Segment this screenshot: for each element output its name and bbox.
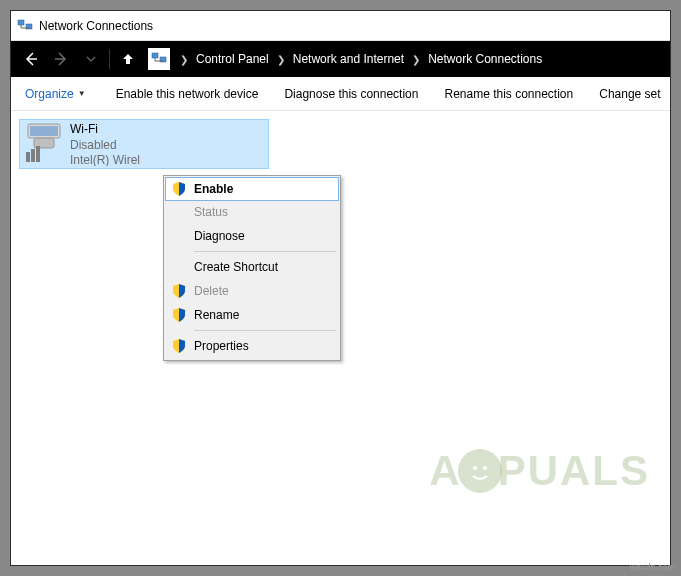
shield-icon [170,306,188,324]
menu-properties-label: Properties [194,339,249,353]
watermark-logo: A PUALS [429,447,650,495]
window-title: Network Connections [39,19,153,33]
breadcrumb: ❯ Control Panel ❯ Network and Internet ❯… [178,48,548,70]
menu-separator [194,251,336,252]
up-button[interactable] [114,45,142,73]
menu-delete-label: Delete [194,284,229,298]
svg-rect-5 [30,126,58,136]
menu-properties[interactable]: Properties [166,334,338,358]
menu-create-shortcut[interactable]: Create Shortcut [166,255,338,279]
nav-bar: ❯ Control Panel ❯ Network and Internet ❯… [11,41,670,77]
chevron-right-icon[interactable]: ❯ [178,54,190,65]
chevron-right-icon[interactable]: ❯ [275,54,287,65]
menu-diagnose[interactable]: Diagnose [166,224,338,248]
image-credit: wsxdn.com [630,562,675,572]
address-bar-icon[interactable] [148,48,170,70]
svg-rect-9 [36,146,40,162]
menu-status-label: Status [194,205,228,219]
menu-rename[interactable]: Rename [166,303,338,327]
menu-enable-label: Enable [194,182,233,196]
enable-device-button[interactable]: Enable this network device [114,83,261,105]
organize-menu[interactable]: Organize ▼ [19,83,92,105]
menu-status: Status [166,200,338,224]
shield-icon [170,337,188,355]
svg-rect-2 [152,53,158,58]
rename-connection-button[interactable]: Rename this connection [442,83,575,105]
breadcrumb-control-panel[interactable]: Control Panel [190,48,275,70]
svg-point-11 [483,466,487,470]
svg-rect-0 [18,20,24,25]
context-menu: Enable Status Diagnose Create Shortcut D… [163,175,341,361]
window-frame: Network Connections ❯ Control Panel ❯ Ne [10,10,671,566]
titlebar[interactable]: Network Connections [11,11,670,41]
svg-rect-7 [26,152,30,162]
organize-label: Organize [25,87,74,101]
menu-create-shortcut-label: Create Shortcut [194,260,278,274]
adapter-device: Intel(R) Wirel [70,153,140,166]
chevron-right-icon[interactable]: ❯ [410,54,422,65]
menu-enable[interactable]: Enable [165,177,339,201]
menu-rename-label: Rename [194,308,239,322]
shield-icon [170,282,188,300]
menu-diagnose-label: Diagnose [194,229,245,243]
dropdown-arrow-icon: ▼ [78,89,86,98]
change-settings-button[interactable]: Change set [597,83,662,105]
adapter-text: Wi-Fi Disabled Intel(R) Wirel [70,122,140,166]
svg-point-10 [473,466,477,470]
network-connections-icon [17,18,33,34]
svg-rect-8 [31,149,35,162]
shield-icon [170,180,188,198]
recent-locations-button[interactable] [77,45,105,73]
command-bar: Organize ▼ Enable this network device Di… [11,77,670,111]
wifi-adapter-icon [24,122,64,166]
breadcrumb-network-connections[interactable]: Network Connections [422,48,548,70]
adapter-name: Wi-Fi [70,122,140,138]
breadcrumb-network-internet[interactable]: Network and Internet [287,48,410,70]
nav-separator [109,49,110,69]
adapter-status: Disabled [70,138,140,154]
watermark-face-icon [458,449,502,493]
menu-delete: Delete [166,279,338,303]
adapter-item-wifi[interactable]: Wi-Fi Disabled Intel(R) Wirel [19,119,269,169]
diagnose-connection-button[interactable]: Diagnose this connection [282,83,420,105]
menu-separator [194,330,336,331]
back-button[interactable] [17,45,45,73]
forward-button[interactable] [47,45,75,73]
